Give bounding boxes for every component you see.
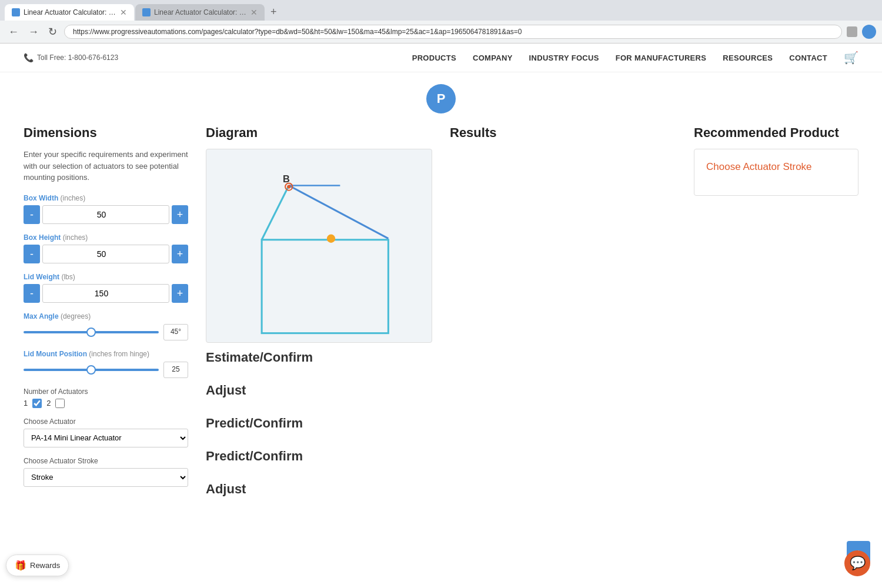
num-actuators-label: Number of Actuators — [24, 387, 188, 396]
diagram-label-2: Predict/Confirm — [206, 416, 432, 431]
nav-industry-focus[interactable]: INDUSTRY FOCUS — [529, 54, 599, 62]
diagram-label-1: Adjust — [206, 383, 432, 398]
max-angle-value: 45° — [163, 324, 188, 340]
results-panel: Results — [450, 125, 676, 149]
lid-weight-label: Lid Weight (lbs) — [24, 273, 188, 281]
choose-stroke-select[interactable]: Stroke — [24, 468, 188, 487]
box-height-plus-button[interactable]: + — [172, 245, 188, 263]
box-width-minus-button[interactable]: - — [24, 205, 40, 224]
profile-icon — [862, 25, 876, 39]
tab-close-2[interactable]: ✕ — [250, 8, 258, 17]
main-nav: PRODUCTS COMPANY INDUSTRY FOCUS FOR MANU… — [412, 51, 858, 65]
lid-mount-label: Lid Mount Position (inches from hinge) — [24, 350, 188, 358]
phone-number: Toll Free: 1-800-676-6123 — [37, 54, 118, 62]
diagram-canvas: B — [206, 149, 432, 343]
lid-weight-minus-button[interactable]: - — [24, 284, 40, 303]
tab-favicon-2 — [142, 8, 151, 16]
max-angle-label: Max Angle (degrees) — [24, 312, 188, 320]
choose-stroke-group: Choose Actuator Stroke Stroke — [24, 457, 188, 487]
tab-favicon-1 — [12, 8, 20, 16]
url-bar[interactable] — [64, 25, 842, 39]
max-angle-group: Max Angle (degrees) 45° — [24, 312, 188, 340]
recommended-heading: Recommended Product — [694, 125, 858, 141]
actuator-1-label: 1 — [24, 399, 28, 407]
browser-tab-2[interactable]: Linear Actuator Calculator: Force... ✕ — [135, 4, 265, 21]
browser-icons — [847, 25, 876, 39]
page-content: P Dimensions Enter your specific require… — [0, 72, 882, 538]
phone-icon: 📞 — [24, 53, 34, 62]
lid-weight-plus-button[interactable]: + — [172, 284, 188, 303]
tab-close-1[interactable]: ✕ — [120, 8, 127, 17]
new-tab-button[interactable]: + — [266, 4, 282, 21]
browser-toolbar: ← → ↻ — [0, 21, 882, 44]
num-actuators-group: Number of Actuators 1 2 — [24, 387, 188, 408]
max-angle-slider-row: 45° — [24, 324, 188, 340]
results-heading: Results — [450, 125, 676, 141]
lid-mount-value: 25 — [163, 362, 188, 378]
lid-weight-input[interactable] — [42, 284, 169, 303]
browser-chrome: Linear Actuator Calculator: Force... ✕ L… — [0, 0, 882, 21]
lid-mount-group: Lid Mount Position (inches from hinge) 2… — [24, 350, 188, 378]
diagram-label-3: Predict/Confirm — [206, 449, 432, 464]
browser-tab-1[interactable]: Linear Actuator Calculator: Force... ✕ — [5, 4, 134, 21]
actuator-1-checkbox[interactable] — [32, 399, 42, 408]
box-height-group: Box Height (inches) - + — [24, 233, 188, 263]
lid-mount-slider[interactable] — [24, 369, 159, 371]
nav-resources[interactable]: RESOURCES — [723, 54, 773, 62]
nav-products[interactable]: PRODUCTS — [412, 54, 456, 62]
browser-tabs: Linear Actuator Calculator: Force... ✕ L… — [5, 4, 877, 21]
box-width-group: Box Width (inches) - + — [24, 194, 188, 224]
dimensions-description: Enter your specific requirements and exp… — [24, 149, 188, 183]
recommended-box: Choose Actuator Stroke — [694, 149, 858, 196]
phone-area: 📞 Toll Free: 1-800-676-6123 — [24, 53, 118, 62]
box-width-input[interactable] — [42, 205, 169, 224]
nav-company[interactable]: COMPANY — [473, 54, 513, 62]
forward-button[interactable]: → — [26, 25, 41, 39]
lid-weight-input-row: - + — [24, 284, 188, 303]
lid-weight-group: Lid Weight (lbs) - + — [24, 273, 188, 303]
box-height-minus-button[interactable]: - — [24, 245, 40, 263]
box-width-label: Box Width (inches) — [24, 194, 188, 202]
nav-contact[interactable]: CONTACT — [789, 54, 827, 62]
back-button[interactable]: ← — [6, 25, 21, 39]
svg-rect-0 — [262, 240, 388, 333]
choose-actuator-stroke-link[interactable]: Choose Actuator Stroke — [706, 161, 812, 172]
svg-point-7 — [327, 235, 335, 243]
max-angle-slider[interactable] — [24, 331, 159, 333]
dimensions-panel: Dimensions Enter your specific requireme… — [24, 125, 188, 496]
nav-for-manufacturers[interactable]: FOR MANUFACTURERS — [616, 54, 707, 62]
diagram-label-0: Estimate/Confirm — [206, 350, 432, 365]
svg-line-3 — [289, 186, 388, 239]
tab-title-1: Linear Actuator Calculator: Force... — [24, 8, 116, 16]
logo-area: P — [24, 84, 858, 113]
actuator-2-checkbox[interactable] — [55, 399, 65, 408]
box-height-input-row: - + — [24, 245, 188, 263]
choose-stroke-label: Choose Actuator Stroke — [24, 457, 188, 465]
diagram-heading: Diagram — [206, 125, 432, 141]
reload-button[interactable]: ↻ — [46, 24, 59, 39]
diagram-panel: Diagram B — [206, 125, 432, 514]
diagram-labels: Estimate/Confirm Adjust Predict/Confirm … — [206, 350, 432, 497]
dimensions-heading: Dimensions — [24, 125, 188, 141]
logo: P — [426, 84, 456, 113]
svg-point-6 — [287, 185, 290, 188]
choose-actuator-group: Choose Actuator PA-14 Mini Linear Actuat… — [24, 417, 188, 447]
calculator-layout: Dimensions Enter your specific requireme… — [24, 125, 858, 514]
box-height-input[interactable] — [42, 245, 169, 263]
choose-actuator-select[interactable]: PA-14 Mini Linear Actuator — [24, 429, 188, 447]
tab-title-2: Linear Actuator Calculator: Force... — [154, 8, 247, 16]
site-header: 📞 Toll Free: 1-800-676-6123 PRODUCTS COM… — [0, 44, 882, 72]
box-width-input-row: - + — [24, 205, 188, 224]
choose-actuator-label: Choose Actuator — [24, 417, 188, 426]
recommended-panel: Recommended Product Choose Actuator Stro… — [694, 125, 858, 196]
box-height-label: Box Height (inches) — [24, 233, 188, 242]
diagram-svg: B — [206, 149, 432, 342]
actuators-row: 1 2 — [24, 399, 188, 408]
extensions-icon — [847, 26, 857, 37]
box-width-plus-button[interactable]: + — [172, 205, 188, 224]
actuator-2-label: 2 — [46, 399, 51, 407]
cart-icon[interactable]: 🛒 — [844, 51, 858, 65]
svg-line-1 — [262, 186, 289, 240]
diagram-label-4: Adjust — [206, 482, 432, 497]
lid-mount-slider-row: 25 — [24, 362, 188, 378]
